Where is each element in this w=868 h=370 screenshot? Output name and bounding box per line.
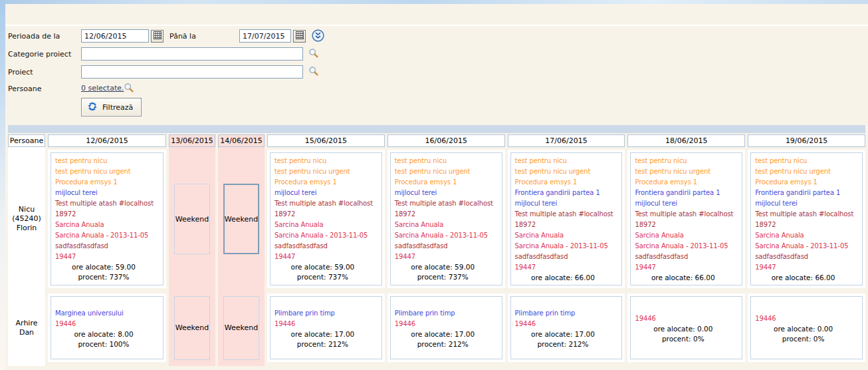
task-item[interactable]: Test multiple atash #localhost — [274, 198, 380, 209]
task-item[interactable]: Test multiple atash #localhost — [755, 209, 861, 220]
task-item[interactable]: 18972 — [395, 209, 500, 220]
task-item[interactable]: test pentru nicu urgent — [55, 166, 162, 177]
task-item[interactable]: Sarcina Anuala - 2013-11-05 — [515, 241, 621, 252]
task-item[interactable]: mijlocul terei — [395, 188, 500, 198]
task-item[interactable]: Frontiera gandirii partea 1 — [755, 188, 861, 198]
task-item[interactable]: sadfasdfasdfasd — [755, 252, 861, 262]
task-item[interactable]: test pentru nicu — [755, 156, 861, 166]
task-item[interactable]: Test multiple atash #localhost — [515, 209, 621, 220]
project-search-button[interactable] — [308, 66, 319, 79]
task-item[interactable]: Procedura emsys 1 — [274, 177, 380, 188]
weekend-box: Weekend — [174, 296, 210, 360]
persons-search-button[interactable] — [124, 83, 134, 95]
percent-line: procent: 0% — [635, 334, 740, 344]
task-item[interactable]: Test multiple atash #localhost — [55, 198, 162, 209]
task-item[interactable]: 19447 — [55, 252, 162, 262]
category-search-button[interactable] — [308, 48, 319, 61]
task-item[interactable]: 19446 — [635, 313, 740, 324]
persons-selected-link[interactable]: 0 selectate. — [81, 84, 124, 92]
task-item[interactable]: Sarcina Anuala — [55, 220, 162, 230]
expand-options-button[interactable] — [312, 29, 324, 44]
task-item[interactable]: test pentru nicu — [55, 156, 162, 166]
weekend-box: Weekend — [174, 184, 210, 254]
task-item[interactable]: Frontiera gandirii partea 1 — [515, 188, 621, 198]
task-item[interactable]: Procedura emsys 1 — [395, 177, 500, 188]
task-item[interactable]: Sarcina Anuala — [755, 230, 861, 241]
refresh-icon — [87, 101, 98, 114]
task-item[interactable]: 19447 — [755, 262, 861, 273]
task-item[interactable]: Procedura emsys 1 — [635, 177, 740, 188]
task-item[interactable]: Procedura emsys 1 — [515, 177, 621, 188]
task-item[interactable]: 19446 — [274, 319, 380, 329]
task-item[interactable]: Sarcina Anuala — [635, 230, 740, 241]
task-item[interactable]: 19446 — [755, 313, 861, 324]
task-item[interactable]: test pentru nicu urgent — [395, 166, 500, 177]
percent-line: procent: 825% — [635, 283, 740, 285]
task-item[interactable]: Procedura emsys 1 — [55, 177, 162, 188]
day-cell: Plimbare prin timp19446ore alocate: 17.0… — [387, 293, 505, 362]
task-item[interactable]: Sarcina Anuala — [395, 220, 500, 230]
task-item[interactable]: Frontiera gandirii partea 1 — [635, 188, 740, 198]
task-item[interactable]: test pentru nicu — [515, 156, 621, 166]
persons-label: Persoane — [8, 85, 41, 93]
task-item[interactable]: Sarcina Anuala - 2013-11-05 — [755, 241, 861, 252]
task-item[interactable]: 19447 — [635, 262, 740, 273]
task-item[interactable]: 19446 — [395, 319, 500, 329]
task-item[interactable]: sadfasdfasdfasd — [274, 241, 380, 252]
task-item[interactable]: test pentru nicu urgent — [755, 166, 861, 177]
task-item[interactable]: mijlocul terei — [755, 198, 861, 209]
task-item[interactable]: Sarcina Anuala - 2013-11-05 — [274, 230, 380, 241]
task-item[interactable]: sadfasdfasdfasd — [635, 252, 740, 262]
task-item[interactable]: 18972 — [55, 209, 162, 220]
task-item[interactable]: Plimbare prin timp — [274, 308, 380, 319]
task-item[interactable]: 18972 — [755, 220, 861, 230]
task-item[interactable]: Plimbare prin timp — [395, 308, 500, 319]
date-column-header: 12/06/2015 — [48, 134, 166, 147]
weekend-cell: Weekend — [169, 150, 215, 288]
task-item[interactable]: sadfasdfasdfasd — [395, 241, 500, 252]
task-item[interactable]: 18972 — [515, 220, 621, 230]
date-to-calendar-button[interactable] — [293, 30, 306, 43]
task-item[interactable]: test pentru nicu urgent — [274, 166, 380, 177]
task-item[interactable]: test pentru nicu urgent — [515, 166, 621, 177]
task-item[interactable]: mijlocul terei — [55, 188, 162, 198]
task-item[interactable]: 19447 — [274, 252, 380, 262]
date-to-input[interactable] — [239, 29, 291, 43]
day-cell: test pentru nicutest pentru nicu urgentP… — [627, 150, 745, 288]
task-item[interactable]: Sarcina Anuala — [515, 230, 621, 241]
category-input[interactable] — [81, 47, 303, 61]
date-from-input[interactable] — [81, 29, 149, 43]
task-item[interactable]: mijlocul terei — [274, 188, 380, 198]
task-item[interactable]: 18972 — [274, 209, 380, 220]
allocated-hours-line: ore alocate: 66.00 — [755, 273, 861, 283]
task-item[interactable]: Marginea universului — [55, 308, 162, 319]
task-item[interactable]: 18972 — [635, 220, 740, 230]
search-icon — [124, 85, 134, 95]
task-item[interactable]: Sarcina Anuala - 2013-11-05 — [395, 230, 500, 241]
task-item[interactable]: test pentru nicu urgent — [635, 166, 740, 177]
task-item[interactable]: 19446 — [515, 319, 621, 329]
task-item[interactable]: 19447 — [395, 252, 500, 262]
date-from-calendar-button[interactable] — [151, 30, 163, 43]
task-item[interactable]: Test multiple atash #localhost — [635, 209, 740, 220]
task-item[interactable]: sadfasdfasdfasd — [55, 241, 162, 252]
task-item[interactable]: Procedura emsys 1 — [755, 177, 861, 188]
task-item[interactable]: Sarcina Anuala — [274, 220, 380, 230]
task-item[interactable]: mijlocul terei — [515, 198, 621, 209]
task-item[interactable]: 19447 — [515, 262, 621, 273]
filter-button[interactable]: Filtrează — [81, 98, 142, 116]
task-item[interactable]: test pentru nicu — [395, 156, 500, 166]
task-item[interactable]: mijlocul terei — [635, 198, 740, 209]
task-item[interactable]: test pentru nicu — [274, 156, 380, 166]
weekend-box: Weekend — [223, 296, 259, 360]
project-input[interactable] — [81, 65, 303, 79]
allocated-hours-line: ore alocate: 17.00 — [515, 329, 621, 339]
task-item[interactable]: sadfasdfasdfasd — [515, 252, 621, 262]
task-item[interactable]: Test multiple atash #localhost — [395, 198, 500, 209]
task-item[interactable]: Plimbare prin timp — [515, 308, 621, 319]
allocated-hours-line: ore alocate: 66.00 — [635, 273, 740, 283]
task-item[interactable]: Sarcina Anuala - 2013-11-05 — [635, 241, 740, 252]
task-item[interactable]: test pentru nicu — [635, 156, 740, 166]
task-item[interactable]: 19446 — [55, 319, 162, 329]
task-item[interactable]: Sarcina Anuala - 2013-11-05 — [55, 230, 162, 241]
